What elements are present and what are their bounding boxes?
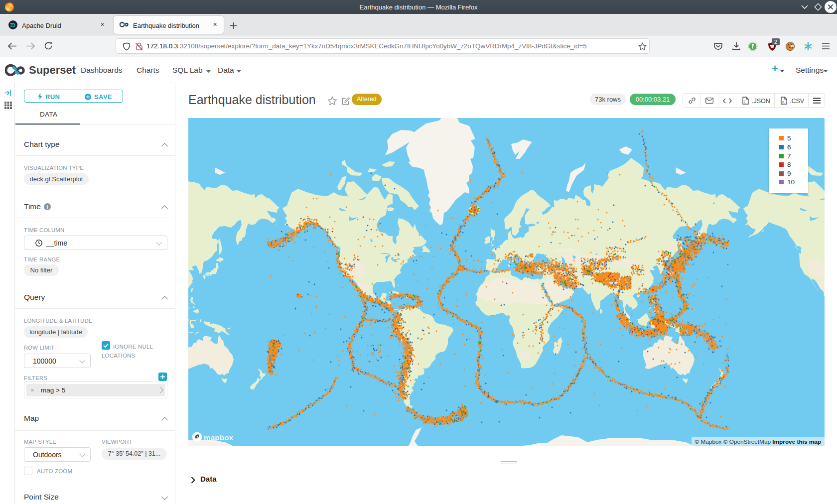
svg-text:x: x (782, 100, 784, 104)
svg-text:i: i (47, 204, 48, 210)
